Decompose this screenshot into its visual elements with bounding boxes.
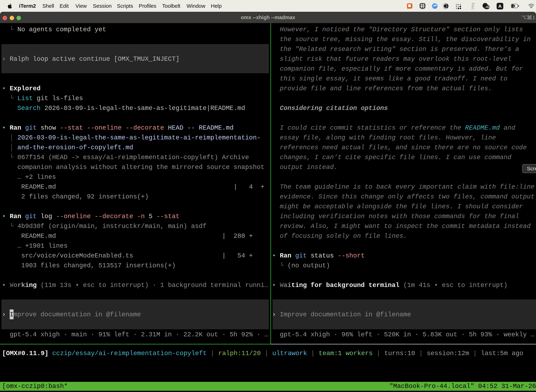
- svg-text:1: 1: [532, 15, 535, 20]
